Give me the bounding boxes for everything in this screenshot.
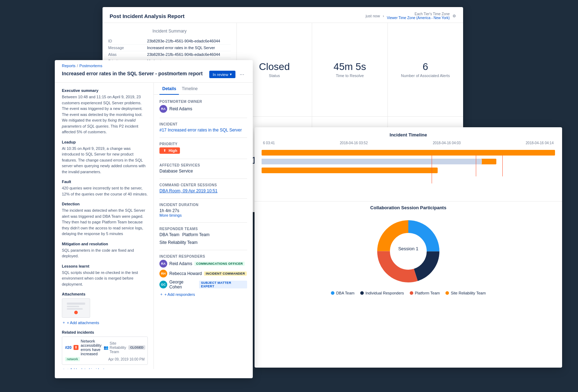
ir-header: Post Incident Analysis Report just now ›… <box>103 7 463 23</box>
pm-actions: In review ▾ ··· <box>209 71 246 78</box>
pm-attachments-section: Attachments ＋ + Add attachments <box>62 292 148 325</box>
donut-container: Session 1 DBA Team Individual Responders… <box>262 216 555 295</box>
pm-related-num[interactable]: #20 <box>65 345 71 350</box>
pm-section-title-mitigation: Mitigation and resolution <box>62 242 148 246</box>
timeline-axis: 6 03:41 2018-04-16 03:52 2018-04-16 04:0… <box>262 141 555 145</box>
tl-axis-3: 2018-04-16 04:14 <box>526 141 554 145</box>
settings-icon[interactable]: ⚙ <box>453 14 456 18</box>
pm-attachment-thumb <box>62 298 90 318</box>
legend-dot-siterel <box>445 291 449 295</box>
pm-related-bottom-row: network Apr 09, 2019 16:00 PM <box>65 357 145 361</box>
svg-point-4 <box>74 311 78 314</box>
legend-dot-dba <box>331 291 334 295</box>
responder-name-ra: Reid Adams <box>169 261 192 266</box>
pm-field-label-priority: PRIORITY <box>159 142 247 146</box>
tl-marker-3 <box>502 155 503 176</box>
breadcrumb-separator: / <box>77 64 78 68</box>
add-related-label: + Add related incidents <box>67 368 106 369</box>
ir-value-alias: 23b8283e-21fb-4561-904b-edadc6e46044 <box>147 52 231 57</box>
owner-name: Reid Adams <box>169 106 192 111</box>
divider-5 <box>159 198 247 199</box>
tl-bar-1 <box>262 150 555 156</box>
legend-dba: DBA Team <box>331 291 355 295</box>
ir-label-message: Message <box>108 46 147 50</box>
pm-field-label-incident: INCIDENT <box>159 122 247 126</box>
divider-6 <box>159 222 247 223</box>
more-timings-link[interactable]: More timings <box>159 213 247 217</box>
pm-section-text-lessons: SQL scripts should be re-checked in the … <box>62 270 148 287</box>
legend-individual: Individual Responders <box>360 291 404 295</box>
pm-network-tag: network <box>65 357 80 361</box>
pm-section-mitigation: Mitigation and resolution SQL parameters… <box>62 242 148 259</box>
pm-related-team-name: Site Reliability Team <box>110 341 126 354</box>
in-review-button[interactable]: In review ▾ <box>209 71 235 78</box>
breadcrumb-postmortems[interactable]: Postmortems <box>80 64 103 68</box>
add-attachments-link[interactable]: ＋ + Add attachments <box>62 320 148 325</box>
pm-field-value-priority: ⬆ High <box>159 147 247 154</box>
priority-value: High <box>169 148 177 153</box>
pm-related-item-20: #20 ⬆ Network accessibility errors have … <box>62 337 148 365</box>
ir-summary-row-alias: Alias 23b8283e-21fb-4561-904b-edadc6e460… <box>108 51 231 58</box>
pm-responder-rh: RH Rebecca Howard INCIDENT COMMANDER <box>159 270 247 277</box>
responder-name-gc: George Cohen <box>169 280 197 289</box>
pm-section-title-leadup: Leadup <box>62 140 148 144</box>
ir-stat-label-0: Status <box>269 74 280 78</box>
pm-section-title-lessons: Lessons learnt <box>62 264 148 268</box>
pm-section-title-executive: Executive summary <box>62 88 148 93</box>
pm-section-title-fault: Fault <box>62 180 148 184</box>
tab-details[interactable]: Details <box>159 83 179 95</box>
pm-field-owner: POSTMORTEM OWNER RA Reid Adams <box>159 100 247 113</box>
breadcrumb-reports[interactable]: Reports <box>62 64 76 68</box>
session-link[interactable]: DBA Room, 09 Apr 2019 10:51 <box>159 188 217 193</box>
ir-value-id: 23b8283e-21fb-4561-904b-edadc6e46044 <box>147 39 231 43</box>
timezone-viewer-link[interactable]: Viewer Time Zone (America - New York) <box>387 16 450 20</box>
ir-stat-alerts: 6 Number of Associated Alerts <box>388 23 463 117</box>
ir-stat-label-1: Time to Resolve <box>336 74 364 78</box>
responder-avatar-gc: GC <box>159 281 167 288</box>
ir-summary-row-message: Message Increased error rates in the SQL… <box>108 45 231 51</box>
pm-field-label-sessions: COMMAND CENTER SESSIONS <box>159 183 247 187</box>
priority-icon: ⬆ <box>162 148 167 153</box>
plus-icon-related: ＋ <box>62 367 66 369</box>
legend-label-platform: Platform Team <box>415 291 440 295</box>
tl-axis-1: 2018-04-16 03:52 <box>340 141 368 145</box>
incident-link[interactable]: #17 Increased error rates in the SQL Ser… <box>159 128 242 133</box>
pm-related-team: 👥 Site Reliability Team <box>104 341 126 354</box>
pm-title: Increased error rates in the SQL Server … <box>62 71 209 76</box>
divider-1 <box>159 118 247 118</box>
timezone-arrow: › <box>383 14 384 18</box>
pm-section-detection: Detection The incident was detected when… <box>62 202 148 237</box>
legend-dot-individual <box>360 291 364 295</box>
pm-section-text-detection: The incident was detected when the SQL S… <box>62 207 148 237</box>
pm-field-duration: INCIDENT DURATION 1h 4m 27s More timings <box>159 203 247 217</box>
pm-related-section: Related incidents #20 ⬆ Network accessib… <box>62 330 148 369</box>
add-related-link[interactable]: ＋ + Add related incidents <box>62 367 148 369</box>
ir-label-alias: Alias <box>108 52 147 57</box>
collab-card: Incident Timeline 6 03:41 2018-04-16 03:… <box>255 127 562 368</box>
plus-icon-responders: ＋ <box>159 292 163 297</box>
ir-stat-value-0: Closed <box>259 62 290 72</box>
svg-rect-2 <box>67 306 79 307</box>
ir-label-id: ID <box>108 39 147 43</box>
tl-axis-0: 6 03:41 <box>263 141 275 145</box>
in-review-label: In review <box>213 72 228 77</box>
tl-marker-2 <box>476 155 476 176</box>
incident-ref: #17 <box>159 128 167 133</box>
timeline-bars <box>262 146 555 192</box>
pm-narrative: Executive summary Between 10:48 and 11:1… <box>55 83 154 369</box>
ir-stat-label-2: Number of Associated Alerts <box>401 74 450 78</box>
add-responders-link[interactable]: ＋ + Add responders <box>159 292 247 297</box>
donut-chart: Session 1 <box>373 216 444 287</box>
more-options-button[interactable]: ··· <box>238 71 246 78</box>
pm-responder-ra: RA Reid Adams COMMUNICATIONS OFFICER <box>159 260 247 268</box>
legend-siterel: Site Reliability Team <box>445 291 486 295</box>
timezone-tier-label: Each Tier's Time Zone <box>387 12 450 16</box>
pm-field-label-responder-teams: RESPONDER TEAMS <box>159 227 247 231</box>
pm-section-lessons: Lessons learnt SQL scripts should be re-… <box>62 264 148 287</box>
tab-timeline[interactable]: Timeline <box>179 83 200 95</box>
responder-name-rh: Rebecca Howard <box>169 271 202 276</box>
pm-field-value-affected: Database Service <box>159 169 247 174</box>
pm-related-title: Related incidents <box>62 330 148 334</box>
ir-top-right: just now › Each Tier's Time Zone Viewer … <box>366 12 456 20</box>
tl-bar-3 <box>262 159 482 164</box>
